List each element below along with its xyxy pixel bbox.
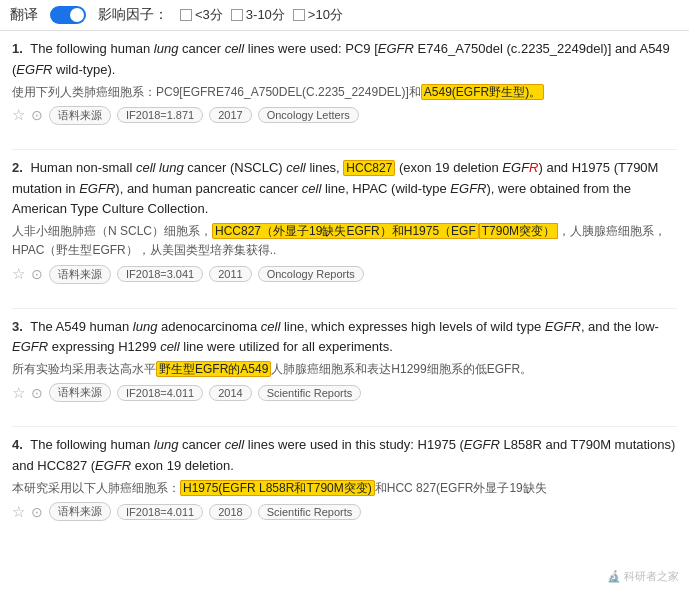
watermark-text: 科研者之家 — [624, 570, 679, 582]
result-4-cn-highlight: H1975(EGFR L858R和T790M突变) — [180, 480, 375, 496]
tag-year-2: 2011 — [209, 266, 251, 282]
translate-toggle[interactable] — [50, 6, 86, 24]
tag-journal-2: Oncology Reports — [258, 266, 364, 282]
result-3-cn: 所有实验均采用表达高水平野生型EGFR的A549人肺腺癌细胞系和表达H1299细… — [12, 360, 677, 379]
result-4-tags: ☆ ⊙ 语料来源 IF2018=4.011 2018 Scientific Re… — [12, 502, 677, 521]
result-1-en: 1. The following human lung cancer cell … — [12, 39, 677, 81]
divider-3 — [12, 426, 677, 427]
tag-if-3: IF2018=4.011 — [117, 385, 203, 401]
tag-if-4: IF2018=4.011 — [117, 504, 203, 520]
result-4-num: 4. — [12, 437, 23, 452]
cell-4a: cell — [225, 437, 245, 452]
factor-label-mid: 3-10分 — [246, 6, 285, 24]
result-1-cn: 使用下列人类肺癌细胞系：PC9[EGFRE746_A750DEL(C.2235_… — [12, 83, 677, 102]
factor-label: 影响因子： — [98, 6, 168, 24]
watermark: 🔬 科研者之家 — [607, 569, 679, 584]
factor-item-mid[interactable]: 3-10分 — [231, 6, 285, 24]
hcc827-highlight: HCC827 — [343, 160, 395, 176]
factor-filter-group: <3分 3-10分 >10分 — [180, 6, 343, 24]
result-1-tags: ☆ ⊙ 语料来源 IF2018=1.871 2017 Oncology Lett… — [12, 106, 677, 125]
egfr-4a: EGFR — [464, 437, 500, 452]
factor-item-high[interactable]: >10分 — [293, 6, 343, 24]
cell-3a: cell — [261, 319, 281, 334]
cell-3b: cell — [160, 339, 180, 354]
egfr-1b: EGFR — [16, 62, 52, 77]
cell-2c: cell — [302, 181, 322, 196]
result-item-4: 4. The following human lung cancer cell … — [12, 435, 677, 529]
refresh-icon-3[interactable]: ⊙ — [31, 385, 43, 401]
tag-source-2[interactable]: 语料来源 — [49, 265, 111, 284]
egfr-2c: EGFR — [450, 181, 486, 196]
result-1-cn-highlight: A549(EGFR野生型)。 — [421, 84, 544, 100]
result-2-cn-highlight2: T790M突变） — [479, 223, 558, 239]
refresh-icon-4[interactable]: ⊙ — [31, 504, 43, 520]
star-icon-3[interactable]: ☆ — [12, 384, 25, 402]
tag-year-4: 2018 — [209, 504, 251, 520]
lung-1: lung — [154, 41, 179, 56]
tag-journal-4: Scientific Reports — [258, 504, 362, 520]
tag-if-1: IF2018=1.871 — [117, 107, 203, 123]
result-4-en: 4. The following human lung cancer cell … — [12, 435, 677, 477]
result-2-cn-highlight: HCC827（外显子19缺失EGFR）和H1975（EGF — [212, 223, 479, 239]
factor-label-low: <3分 — [195, 6, 223, 24]
watermark-icon: 🔬 — [607, 570, 621, 582]
egfr-2a2: R — [529, 160, 538, 175]
result-2-cn: 人非小细胞肺癌（N SCLC）细胞系，HCC827（外显子19缺失EGFR）和H… — [12, 222, 677, 260]
cell-2a: cell — [136, 160, 156, 175]
result-3-tags: ☆ ⊙ 语料来源 IF2018=4.011 2014 Scientific Re… — [12, 383, 677, 402]
result-item-2: 2. Human non-small cell lung cancer (NSC… — [12, 158, 677, 292]
result-item-3: 3. The A549 human lung adenocarcinoma ce… — [12, 317, 677, 411]
toggle-knob — [70, 8, 84, 22]
egfr-3b: EGFR — [12, 339, 48, 354]
refresh-icon-1[interactable]: ⊙ — [31, 107, 43, 123]
star-icon-2[interactable]: ☆ — [12, 265, 25, 283]
star-icon-4[interactable]: ☆ — [12, 503, 25, 521]
factor-checkbox-high[interactable] — [293, 9, 305, 21]
translate-label: 翻译 — [10, 6, 38, 24]
result-3-cn-highlight: 野生型EGFR的A549 — [156, 361, 271, 377]
result-2-num: 2. — [12, 160, 23, 175]
result-1-num: 1. — [12, 41, 23, 56]
tag-source-3[interactable]: 语料来源 — [49, 383, 111, 402]
divider-2 — [12, 308, 677, 309]
result-2-en: 2. Human non-small cell lung cancer (NSC… — [12, 158, 677, 220]
cell-1: cell — [225, 41, 245, 56]
lung-4: lung — [154, 437, 179, 452]
tag-source-4[interactable]: 语料来源 — [49, 502, 111, 521]
star-icon-1[interactable]: ☆ — [12, 106, 25, 124]
egfr-2b: EGFR — [79, 181, 115, 196]
result-item-1: 1. The following human lung cancer cell … — [12, 39, 677, 133]
result-3-num: 3. — [12, 319, 23, 334]
result-3-en: 3. The A549 human lung adenocarcinoma ce… — [12, 317, 677, 359]
egfr-1a: EGFR — [378, 41, 414, 56]
factor-label-high: >10分 — [308, 6, 343, 24]
refresh-icon-2[interactable]: ⊙ — [31, 266, 43, 282]
result-2-tags: ☆ ⊙ 语料来源 IF2018=3.041 2011 Oncology Repo… — [12, 265, 677, 284]
tag-year-3: 2014 — [209, 385, 251, 401]
tag-source-1[interactable]: 语料来源 — [49, 106, 111, 125]
egfr-2a: EGF — [502, 160, 529, 175]
egfr-4b: EGFR — [95, 458, 131, 473]
result-4-cn: 本研究采用以下人肺癌细胞系：H1975(EGFR L858R和T790M突变)和… — [12, 479, 677, 498]
tag-year-1: 2017 — [209, 107, 251, 123]
tag-if-2: IF2018=3.041 — [117, 266, 203, 282]
egfr-3a: EGFR — [545, 319, 581, 334]
results-container: 1. The following human lung cancer cell … — [0, 31, 689, 553]
factor-checkbox-mid[interactable] — [231, 9, 243, 21]
factor-item-low[interactable]: <3分 — [180, 6, 223, 24]
cell-2b: cell — [286, 160, 306, 175]
tag-journal-3: Scientific Reports — [258, 385, 362, 401]
lung-3: lung — [133, 319, 158, 334]
factor-checkbox-low[interactable] — [180, 9, 192, 21]
lung-2: lung — [159, 160, 184, 175]
tag-journal-1: Oncology Letters — [258, 107, 359, 123]
top-bar: 翻译 影响因子： <3分 3-10分 >10分 — [0, 0, 689, 31]
divider-1 — [12, 149, 677, 150]
